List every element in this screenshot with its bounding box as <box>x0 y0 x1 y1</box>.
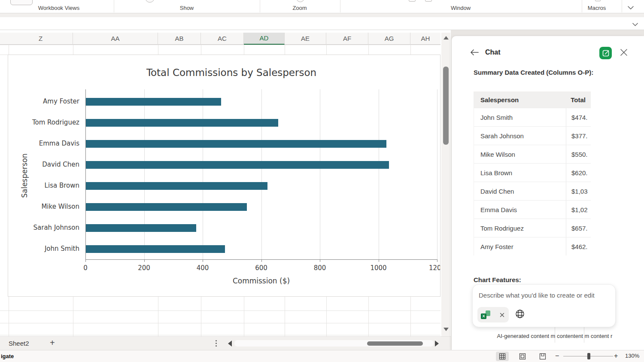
summary-table-row: Tom Rodriguez$657. <box>474 219 591 237</box>
salesperson-total: $1,02 <box>566 201 591 219</box>
zoom-out-minus-button[interactable]: − <box>555 352 559 360</box>
back-arrow-icon[interactable] <box>470 49 479 56</box>
column-header-aa[interactable]: AA <box>73 33 158 45</box>
column-header-ad-selected[interactable]: AD <box>244 33 285 45</box>
window-group-icon-partial <box>425 0 432 2</box>
page-layout-view-button[interactable] <box>516 352 529 361</box>
category-label: John Smith <box>8 245 79 252</box>
summary-table-row: Emma Davis$1,02 <box>474 200 591 219</box>
salesperson-total: $620. <box>566 164 591 182</box>
bar-lisa-brown <box>86 182 267 190</box>
ribbon-group-show: Show <box>152 5 221 12</box>
y-axis-label: Salesperson <box>20 153 29 198</box>
copilot-chat-panel: Chat Summary Data Created (Columns O-P):… <box>452 36 644 350</box>
salesperson-name: Mike Wilson <box>474 151 566 158</box>
bar-david-chen <box>86 161 389 169</box>
summary-table-row: Mike Wilson$550. <box>474 145 591 163</box>
close-panel-icon[interactable] <box>620 49 629 57</box>
column-header-ae[interactable]: AE <box>285 33 326 45</box>
salesperson-name: Tom Rodriguez <box>474 225 566 232</box>
page-break-preview-button[interactable] <box>536 352 549 361</box>
salesperson-total: $657. <box>566 219 591 237</box>
web-globe-icon[interactable] <box>515 309 526 320</box>
add-sheet-button[interactable]: + <box>50 338 55 348</box>
horizontal-scrollbar-thumb[interactable] <box>367 341 423 346</box>
salesperson-name: Lisa Brown <box>474 169 566 176</box>
category-label: Emma Davis <box>8 140 79 147</box>
commissions-chart[interactable]: Total Commissions by Salesperson02004006… <box>8 55 440 297</box>
bar-amy-foster <box>86 98 221 106</box>
vertical-scrollbar-thumb[interactable] <box>443 67 449 145</box>
zoom-percentage[interactable]: 130% <box>625 353 639 359</box>
sheet-options-dots-icon[interactable] <box>216 340 217 348</box>
ribbon-lower-strip <box>0 13 644 17</box>
formula-bar[interactable] <box>0 17 644 30</box>
column-header-ab[interactable]: AB <box>158 33 201 45</box>
scroll-right-arrow[interactable] <box>435 341 439 347</box>
formula-bar-expand-chevron-icon[interactable] <box>632 21 638 28</box>
salesperson-total: $550. <box>566 145 591 163</box>
bar-john-smith <box>86 245 225 253</box>
category-label: Tom Rodriguez <box>8 119 79 126</box>
summary-table-header-total: Total <box>566 91 591 108</box>
excel-workbook-icon: X <box>481 310 490 319</box>
bar-sarah-johnson <box>86 224 196 232</box>
scroll-up-arrow[interactable] <box>444 36 449 40</box>
status-bar-left-text: igate <box>1 353 14 359</box>
sheet-tab-sheet2[interactable]: Sheet2 <box>9 340 29 347</box>
summary-table-header-salesperson: Salesperson <box>474 96 566 103</box>
vertical-scrollbar[interactable] <box>441 33 450 336</box>
remove-context-icon[interactable] <box>500 313 504 317</box>
ribbon-group-zoom: Zoom <box>265 5 334 12</box>
ribbon-group-window: Window <box>426 5 495 12</box>
ribbon-group-workbook-views: Workbook Views <box>24 5 93 12</box>
zoom-in-plus-button[interactable]: + <box>614 352 618 360</box>
ribbon-collapse-chevron-icon[interactable] <box>627 4 634 12</box>
workbook-context-chip[interactable]: X <box>477 307 509 322</box>
chat-input[interactable] <box>479 290 608 300</box>
worksheet-grid[interactable]: Z AA AB AC AD AE AF AG AH Total Commissi… <box>0 30 451 336</box>
summary-table-row: David Chen$1,03 <box>474 182 591 200</box>
salesperson-total: $377. <box>566 127 591 145</box>
summary-table-header: Salesperson Total <box>474 91 591 108</box>
category-label: Sarah Johnson <box>8 224 79 231</box>
summary-table: Salesperson Total John Smith$474.Sarah J… <box>474 91 591 256</box>
salesperson-name: John Smith <box>474 114 566 121</box>
status-bar: igate − + <box>0 350 644 362</box>
bar-mike-wilson <box>86 203 247 211</box>
category-label: Mike Wilson <box>8 203 79 210</box>
salesperson-name: David Chen <box>474 188 566 195</box>
zoom-group-icon-partial <box>296 0 304 2</box>
summary-table-row: Sarah Johnson$377. <box>474 126 591 145</box>
summary-table-row: Lisa Brown$620. <box>474 163 591 182</box>
column-header-af[interactable]: AF <box>326 33 368 45</box>
scroll-left-arrow[interactable] <box>228 341 232 347</box>
column-header-ah[interactable]: AH <box>410 33 440 45</box>
x-tick-label: 1200 <box>424 264 440 272</box>
salesperson-total: $462. <box>566 237 591 256</box>
x-axis-label: Commission ($) <box>197 277 326 285</box>
ribbon: Workbook Views Show Zoom Window Macros <box>0 0 644 13</box>
salesperson-name: Sarah Johnson <box>474 132 566 140</box>
macros-group-icon-partial <box>595 0 601 1</box>
chat-panel-title: Chat <box>485 49 501 56</box>
category-label: David Chen <box>8 161 79 168</box>
chart-features-heading: Chart Features: <box>474 276 521 283</box>
summary-table-row: Amy Foster$462. <box>474 237 591 256</box>
category-label: Lisa Brown <box>8 182 79 189</box>
column-header-ag[interactable]: AG <box>368 33 410 45</box>
scroll-down-arrow[interactable] <box>444 328 449 331</box>
column-header-z[interactable]: Z <box>9 33 73 45</box>
column-header-ac[interactable]: AC <box>201 33 244 45</box>
new-chat-compose-button[interactable] <box>599 47 612 59</box>
x-tick-label: 800 <box>307 264 333 272</box>
bar-tom-rodriguez <box>86 119 278 127</box>
bar-emma-davis <box>86 140 386 148</box>
excel-app-window: Workbook Views Show Zoom Window Macros Z… <box>0 0 644 362</box>
x-tick-label: 200 <box>131 264 157 272</box>
salesperson-total: $1,03 <box>566 182 591 200</box>
zoom-slider-thumb[interactable] <box>587 353 590 359</box>
chat-input-card: X <box>472 284 616 327</box>
salesperson-total: $474. <box>566 108 591 126</box>
normal-view-button[interactable] <box>496 352 509 361</box>
